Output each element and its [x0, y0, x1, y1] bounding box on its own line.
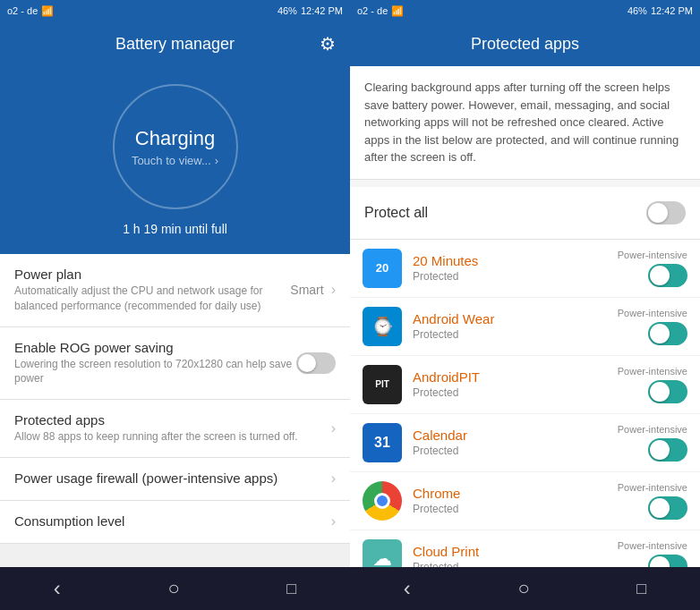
protect-all-row[interactable]: Protect all: [350, 187, 700, 240]
toggle-20minutes[interactable]: [648, 264, 687, 287]
app-item-androidwear[interactable]: ⌚ Android Wear Protected Power-intensive: [350, 298, 700, 356]
app-info-chrome: Chrome Protected: [413, 486, 618, 515]
chevron-icon: ›: [331, 470, 336, 487]
home-button[interactable]: ○: [167, 577, 179, 600]
power-label-androidpit: Power-intensive: [618, 366, 687, 377]
app-info-cloudprint: Cloud Print Protected: [413, 544, 618, 567]
back-button[interactable]: ‹: [54, 576, 61, 601]
right-top-bar: Protected apps: [350, 21, 700, 66]
right-carrier-icons: 📶: [391, 5, 404, 17]
app-item-20minutes[interactable]: 20 20 Minutes Protected Power-intensive: [350, 240, 700, 298]
apps-list: 20 20 Minutes Protected Power-intensive …: [350, 240, 700, 568]
app-name-androidpit: AndroidPIT: [413, 369, 618, 385]
description-box: Clearing background apps after turning o…: [350, 66, 700, 180]
app-icon-calendar: 31: [363, 423, 402, 462]
rog-toggle-area: [296, 352, 336, 374]
rog-subtitle: Lowering the screen resolution to 720x12…: [14, 357, 296, 387]
menu-item-rog[interactable]: Enable ROG power saving Lowering the scr…: [0, 327, 350, 401]
toggle-knob-20minutes: [650, 266, 670, 285]
firewall-content: Power usage firewall (power-intensive ap…: [14, 470, 331, 487]
consumption-title: Consumption level: [14, 513, 331, 529]
chevron-right-icon: ›: [215, 154, 218, 167]
right-carrier: o2 - de 📶: [357, 5, 404, 17]
chevron-icon: ›: [331, 513, 336, 530]
app-name-chrome: Chrome: [413, 486, 618, 501]
menu-item-protected-apps[interactable]: Protected apps Allow 88 apps to keep run…: [0, 400, 350, 458]
app-name-20minutes: 20 Minutes: [413, 253, 618, 268]
left-panel: o2 - de 📶 46% 12:42 PM Battery manager ⚙…: [0, 0, 350, 610]
left-carrier-text: o2 - de: [7, 5, 38, 16]
firewall-right: ›: [331, 470, 336, 487]
toggle-knob-calendar: [650, 440, 670, 460]
menu-item-consumption[interactable]: Consumption level ›: [0, 501, 350, 544]
right-back-button[interactable]: ‹: [404, 576, 411, 601]
app-icon-chrome: [363, 481, 402, 521]
app-icon-androidwear: ⌚: [363, 307, 402, 346]
left-bottom-nav: ‹ ○ □: [0, 567, 350, 610]
right-carrier-text: o2 - de: [357, 5, 388, 16]
menu-item-firewall[interactable]: Power usage firewall (power-intensive ap…: [0, 458, 350, 501]
right-panel: o2 - de 📶 46% 12:42 PM Protected apps Cl…: [350, 0, 700, 610]
app-item-chrome[interactable]: Chrome Protected Power-intensive: [350, 472, 700, 530]
right-status-right: 46% 12:42 PM: [627, 5, 693, 16]
app-item-cloudprint[interactable]: ☁ Cloud Print Protected Power-intensive: [350, 530, 700, 568]
protect-all-label: Protect all: [364, 205, 428, 221]
consumption-content: Consumption level: [14, 513, 331, 530]
left-top-bar: Battery manager ⚙: [0, 21, 350, 66]
toggle-cloudprint[interactable]: [648, 555, 687, 568]
power-plan-title: Power plan: [14, 267, 290, 282]
right-status-bar: o2 - de 📶 46% 12:42 PM: [350, 0, 700, 21]
rog-toggle[interactable]: [296, 352, 336, 374]
right-battery: 46%: [627, 5, 647, 16]
app-icon-20minutes: 20: [363, 249, 402, 288]
left-battery: 46%: [277, 5, 297, 16]
app-right-chrome: Power-intensive: [618, 482, 687, 520]
power-label-cloudprint: Power-intensive: [618, 540, 687, 551]
app-info-androidwear: Android Wear Protected: [413, 311, 618, 341]
touch-label: Touch to view... ›: [132, 154, 218, 167]
app-info-calendar: Calendar Protected: [413, 428, 618, 457]
app-icon-androidpit: PIT: [363, 365, 402, 404]
protected-apps-title: Protected apps: [14, 412, 331, 428]
power-plan-subtitle: Automatically adjust the CPU and network…: [14, 284, 290, 314]
app-item-calendar[interactable]: 31 Calendar Protected Power-intensive: [350, 414, 700, 472]
app-status-androidpit: Protected: [413, 386, 618, 399]
menu-item-power-plan[interactable]: Power plan Automatically adjust the CPU …: [0, 254, 350, 327]
app-name-androidwear: Android Wear: [413, 311, 618, 326]
power-label-calendar: Power-intensive: [618, 424, 687, 435]
left-carrier-icons: 📶: [41, 5, 54, 17]
app-name-cloudprint: Cloud Print: [413, 544, 618, 559]
toggle-knob-androidwear: [650, 324, 670, 343]
charging-circle[interactable]: Charging Touch to view... ›: [113, 84, 238, 209]
left-status-bar: o2 - de 📶 46% 12:42 PM: [0, 0, 350, 21]
app-right-20minutes: Power-intensive: [618, 250, 687, 287]
app-right-androidwear: Power-intensive: [618, 308, 687, 345]
app-status-cloudprint: Protected: [413, 561, 618, 567]
protect-all-toggle[interactable]: [646, 201, 686, 225]
toggle-chrome[interactable]: [648, 496, 687, 520]
toggle-knob-androidpit: [650, 382, 670, 402]
right-home-button[interactable]: ○: [517, 577, 529, 600]
protect-all-toggle-knob: [648, 203, 668, 223]
right-bottom-nav: ‹ ○ □: [350, 567, 700, 610]
app-status-calendar: Protected: [413, 445, 618, 457]
toggle-calendar[interactable]: [648, 438, 687, 462]
app-status-androidwear: Protected: [413, 328, 618, 341]
protected-apps-right: ›: [331, 420, 336, 436]
chevron-icon: ›: [331, 282, 336, 298]
right-title: Protected apps: [471, 35, 579, 54]
app-status-20minutes: Protected: [413, 270, 618, 283]
gear-icon[interactable]: ⚙: [320, 33, 336, 55]
toggle-androidwear[interactable]: [648, 322, 687, 345]
left-time: 12:42 PM: [301, 5, 343, 16]
app-item-androidpit[interactable]: PIT AndroidPIT Protected Power-intensive: [350, 356, 700, 414]
app-icon-cloudprint: ☁: [363, 539, 402, 568]
consumption-right: ›: [331, 513, 336, 530]
toggle-androidpit[interactable]: [648, 380, 687, 403]
app-info-androidpit: AndroidPIT Protected: [413, 369, 618, 399]
recent-button[interactable]: □: [286, 580, 296, 598]
chevron-icon: ›: [331, 420, 336, 436]
right-recent-button[interactable]: □: [636, 580, 646, 598]
left-status-right: 46% 12:42 PM: [277, 5, 343, 16]
power-label-androidwear: Power-intensive: [618, 308, 687, 318]
